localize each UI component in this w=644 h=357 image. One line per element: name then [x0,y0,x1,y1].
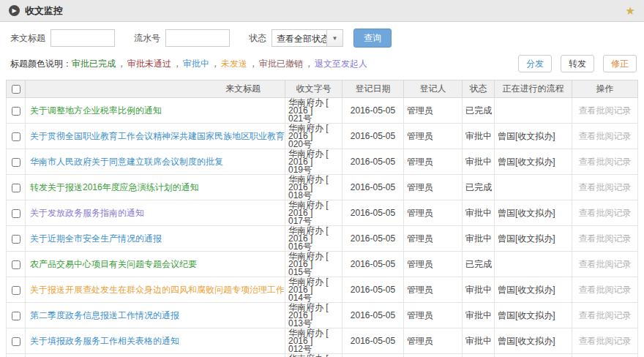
status-cell: 审批中 [463,226,495,252]
register-date-cell: 2016-05-05 [342,252,404,277]
document-title-link[interactable]: 关于填报政务服务工作相关表格的通知 [30,336,179,346]
legend-item: 审批中 [183,59,209,69]
legend-separator: ， [249,59,258,69]
document-title-link[interactable]: 关于调整地方企业税率比例的通知 [30,105,162,116]
legend-separator: ， [173,59,181,69]
table-row: 关于发放政务服务指南的通知华南府办 [ 2016 ]017号2016-05-05… [7,200,638,226]
doc-number-cell: 华南府办 [ 2016 ]013号 [285,303,342,328]
status-cell: 审批中 [463,328,495,354]
registrant-cell: 管理员 [404,149,463,175]
registrant-cell: 管理员 [404,252,463,277]
correct-button[interactable]: 修正 [603,55,637,72]
select-all-checkbox[interactable] [12,85,20,94]
title-search-input[interactable] [50,29,115,47]
serial-field-label: 流水号 [134,32,160,45]
document-title-link[interactable]: 关于近期全市安全生产情况的通报 [30,233,162,244]
query-button[interactable]: 查询 [353,29,392,48]
document-title-link[interactable]: 关于贯彻全国职业教育工作会议精神深共建国家民族地区职业教育综合...的通知 [30,131,285,141]
register-date-cell: 2016-05-05 [342,226,404,252]
view-approval-records-link[interactable]: 查看批阅记录 [579,131,632,141]
current-flow-cell [495,252,572,277]
row-checkbox[interactable] [12,209,20,218]
legend-toolbar-row: 标题颜色说明：审批已完成，审批未通过，审批中，未发送，审批已撤销，退文至发起人 … [0,52,644,78]
table-header-row: 来文标题 收文字号 登记日期 登记人 状态 正在进行的流程 操作 [7,80,638,98]
col-header-registrant: 登记人 [404,80,463,98]
status-cell: 审批中 [463,124,495,149]
register-date-cell: 2016-05-05 [342,124,404,149]
document-title-link[interactable]: 转发关于报送2016年度应急演练计划的通知 [30,182,199,192]
view-approval-records-link[interactable]: 查看批阅记录 [579,105,632,116]
table-row: 华南市人民政府关于同意建立联席会议制度的批复华南府办 [ 2016 ]019号2… [7,149,638,175]
col-header-title: 来文标题 [26,80,285,98]
doc-number-cell: 华南府办 [ 2016 ]015号 [285,252,342,277]
registrant-cell: 管理员 [404,175,463,200]
serial-search-input[interactable] [165,29,230,47]
action-toolbar: 分发转发修正 [509,55,637,72]
view-approval-records-link[interactable]: 查看批阅记录 [579,285,632,295]
document-title-link[interactable]: 第二季度政务信息报送工作情况的通报 [30,310,179,320]
register-date-cell: 2016-05-05 [342,175,404,200]
legend-item: 未发送 [221,59,247,69]
view-approval-records-link[interactable]: 查看批阅记录 [579,233,632,244]
current-flow-cell: 曾国[收文拟办] [495,328,572,354]
view-approval-records-link[interactable]: 查看批阅记录 [579,157,632,167]
view-approval-records-link[interactable]: 查看批阅记录 [579,259,632,269]
row-checkbox[interactable] [12,286,20,295]
legend-item: 退文至发起人 [315,59,367,69]
document-title-link[interactable]: 关于报送开展查处发生在群众身边的四风和腐败问题专项治理工作方案通知 [30,285,285,295]
documents-table: 来文标题 收文字号 登记日期 登记人 状态 正在进行的流程 操作 关于调整地方企… [6,80,638,357]
row-checkbox[interactable] [12,158,20,167]
status-cell: 审批中 [463,277,495,303]
section-arrow-icon: ▶ [9,5,20,16]
doc-number-cell: 华南府办 [ 2016 ]018号 [285,175,342,200]
document-title-link[interactable]: 华南市人民政府关于同意建立联席会议制度的批复 [30,157,223,167]
row-checkbox[interactable] [12,184,20,192]
current-flow-cell: 曾国[收文拟办] [495,200,572,226]
current-flow-cell [495,175,572,200]
register-date-cell: 2016-05-05 [342,98,404,124]
registrant-cell: 管理员 [404,354,463,357]
distribute-button[interactable]: 分发 [518,55,552,72]
status-cell: 已完成 [463,175,495,200]
legend-item: 审批已撤销 [259,59,303,69]
table-row: 转发关于报送2016年度应急演练计划的通知华南府办 [ 2016 ]018号20… [7,175,638,200]
register-date-cell: 2016-05-05 [342,277,404,303]
view-approval-records-link[interactable]: 查看批阅记录 [579,310,632,320]
row-checkbox[interactable] [12,337,20,346]
row-checkbox[interactable] [12,235,20,244]
status-select[interactable]: 查看全部状态 ▼ [272,29,343,47]
document-title-link[interactable]: 关于发放政务服务指南的通知 [30,208,144,218]
view-approval-records-link[interactable]: 查看批阅记录 [579,208,632,218]
legend-separator: ， [211,59,220,69]
current-flow-cell: 曾国[收文拟办] [495,354,572,357]
doc-number-cell: 华南府办 [ 2016 ]020号 [285,124,342,149]
view-approval-records-link[interactable]: 查看批阅记录 [579,336,632,346]
col-header-actions: 操作 [572,80,638,98]
document-title-link[interactable]: 农产品交易中心项目有关问题专题会议纪要 [30,259,197,269]
forward-button[interactable]: 转发 [561,55,594,72]
registrant-cell: 管理员 [404,98,463,124]
page-title: 收文监控 [25,4,63,18]
table-row: 关于贯彻全国职业教育工作会议精神深共建国家民族地区职业教育综合...的通知华南府… [7,124,638,149]
table-row: 关于华南市国资委监管企业大额资金借贷，使用专项检查方案的通知华南府办 [ 201… [7,354,638,357]
table-row: 第二季度政务信息报送工作情况的通报华南府办 [ 2016 ]013号2016-0… [7,303,638,328]
legend-label: 标题颜色说明： [10,59,72,69]
search-form: 来文标题 流水号 状态 查看全部状态 ▼ 查询 [0,22,644,52]
table-row: 关于近期全市安全生产情况的通报华南府办 [ 2016 ]016号2016-05-… [7,226,638,252]
table-row: 农产品交易中心项目有关问题专题会议纪要华南府办 [ 2016 ]015号2016… [7,252,638,277]
row-checkbox[interactable] [12,260,20,269]
row-checkbox[interactable] [12,107,20,116]
register-date-cell: 2016-05-05 [342,328,404,354]
registrant-cell: 管理员 [404,124,463,149]
favorite-star-icon[interactable]: ★ [626,4,635,18]
row-checkbox[interactable] [12,312,20,320]
view-approval-records-link[interactable]: 查看批阅记录 [579,182,632,192]
current-flow-cell: 曾国[收文拟办] [495,277,572,303]
current-flow-cell [495,98,572,124]
registrant-cell: 管理员 [404,328,463,354]
page-header: ▶ 收文监控 ★ [0,0,644,22]
chevron-down-icon[interactable]: ▼ [326,30,342,46]
col-header-register-date: 登记日期 [342,80,404,98]
status-select-value: 查看全部状态 [272,30,326,46]
row-checkbox[interactable] [12,132,20,141]
